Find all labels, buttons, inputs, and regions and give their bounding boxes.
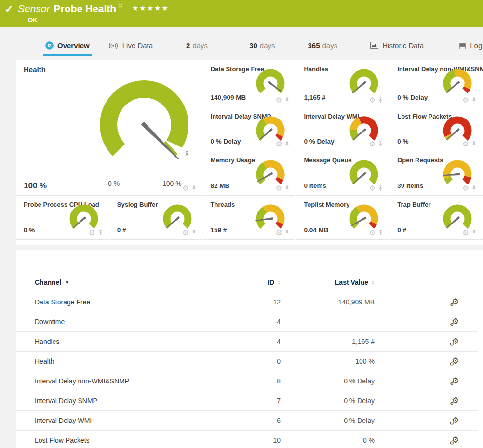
pin-icon[interactable] (471, 97, 477, 104)
channel-settings-icon[interactable]: ⚙⚙ (452, 297, 459, 306)
tab-overview[interactable]: Overview (43, 41, 92, 56)
gauge-value: 0.04 MB (304, 226, 328, 234)
channel-last-value: 0 % Delay (281, 397, 375, 405)
gear-icon[interactable]: ⚙ (276, 96, 282, 104)
sort-icon: ▲▼ (277, 280, 281, 285)
flag-icon[interactable]: ⚐ (118, 2, 123, 10)
gear-icon[interactable]: ⚙ (369, 96, 376, 104)
gauge-panel-probe-process-cpu-load: Probe Process CPU Load 0 % ⚙ (16, 196, 109, 240)
channel-name[interactable]: Interval Delay WMI (35, 417, 223, 424)
gear-icon[interactable]: ⚙ (89, 229, 95, 236)
live-data-icon (108, 42, 119, 50)
gauge-title: Memory Usage (211, 157, 255, 164)
gauge-panel-lost-flow-packets: Lost Flow Packets 0 % ⚙ (390, 107, 483, 151)
gear-icon[interactable]: ⚙ (369, 140, 376, 147)
pin-icon[interactable] (284, 185, 290, 192)
pin-icon[interactable] (471, 141, 477, 147)
gauge-title: Toplist Memory (304, 201, 349, 208)
table-row-handles: Handles 4 1,165 # ⚙⚙ (16, 332, 478, 352)
gauge-actions: ⚙ (369, 140, 383, 147)
channel-name[interactable]: Lost Flow Packets (35, 436, 223, 444)
svg-text:x̄: x̄ (185, 150, 188, 157)
gauge-actions: ⚙ (276, 140, 290, 147)
channel-settings-icon[interactable]: ⚙⚙ (452, 317, 459, 326)
channel-name[interactable]: Interval Delay SNMP (35, 397, 223, 405)
pin-icon[interactable] (471, 229, 477, 236)
sensor-title-row: SensorProbe Health⚐★★★★★ (18, 2, 169, 14)
gauge-panel-memory-usage: Memory Usage 82 MB ⚙ (203, 151, 296, 196)
channel-settings-icon[interactable]: ⚙⚙ (452, 337, 459, 346)
pin-icon[interactable] (378, 141, 383, 147)
column-header-id[interactable]: ID ▲▼ (223, 278, 281, 286)
pin-icon[interactable] (191, 185, 197, 192)
pin-icon[interactable] (378, 229, 383, 236)
pin-icon[interactable] (378, 97, 383, 104)
status-badge: OK (28, 16, 38, 24)
gear-icon[interactable]: ⚙ (276, 184, 282, 192)
pin-icon[interactable] (284, 141, 290, 147)
priority-stars[interactable]: ★★★★★ (132, 4, 169, 12)
gauge-value: 100 % (24, 181, 47, 191)
gauge-value: 0 # (397, 226, 406, 234)
gear-icon[interactable]: ⚙ (463, 184, 469, 192)
channel-name[interactable]: Handles (35, 338, 223, 345)
gear-icon[interactable]: ⚙ (182, 184, 188, 192)
pin-icon[interactable] (284, 229, 290, 236)
tab-log[interactable]: ▤Log (457, 41, 483, 56)
gear-icon[interactable]: ⚙ (276, 140, 282, 147)
gear-icon[interactable]: ⚙ (276, 229, 282, 236)
gauge-actions: ⚙ (276, 184, 290, 192)
gauge-value: 0 % (397, 138, 408, 145)
gauge-value: 0 % (24, 226, 35, 234)
pin-icon[interactable] (98, 229, 103, 236)
channel-name[interactable]: Downtime (35, 318, 223, 326)
column-header-last-value[interactable]: Last Value ▲▼ (281, 278, 375, 286)
table-row-downtime: Downtime -4 ⚙⚙ (16, 312, 478, 332)
pin-icon[interactable] (378, 185, 383, 192)
gauge-actions: ⚙ (369, 184, 383, 192)
gauge-value: 0 % Delay (211, 138, 241, 145)
channel-settings-icon[interactable]: ⚙⚙ (452, 416, 459, 425)
gauge-value: 0 # (117, 226, 126, 234)
channel-name[interactable]: Health (35, 357, 223, 365)
gauge-title: Health (24, 66, 46, 74)
gauge-title: Trap Buffer (397, 201, 430, 208)
gear-icon[interactable]: ⚙ (463, 140, 469, 147)
pin-icon[interactable] (284, 97, 290, 104)
gear-icon[interactable]: ⚙ (369, 184, 376, 192)
column-header-channel[interactable]: Channel▼ (35, 278, 223, 286)
tab-2-days[interactable]: 2days (184, 41, 210, 56)
pin-icon[interactable] (471, 185, 477, 192)
gear-icon[interactable]: ⚙ (463, 229, 469, 236)
tab-365-days[interactable]: 365days (306, 41, 340, 56)
pin-icon[interactable] (191, 229, 197, 236)
tab-live-data[interactable]: Live Data (106, 41, 155, 56)
channel-settings-icon[interactable]: ⚙⚙ (452, 435, 459, 445)
gauge-value: 1,165 # (304, 94, 325, 101)
gauge-title: Threads (211, 201, 235, 208)
channel-table-panel: Channel▼ ID ▲▼ Last Value ▲▼ Data Storag… (16, 250, 483, 448)
sensor-header: ✓ SensorProbe Health⚐★★★★★ OK (0, 0, 483, 27)
channel-name[interactable]: Data Storage Free (35, 298, 223, 306)
gauge-actions: ⚙ (463, 96, 477, 104)
gauge-value: 159 # (211, 226, 227, 234)
gauge-scale-min: 0 % (108, 180, 120, 187)
gauge-actions: ⚙ (182, 184, 196, 192)
gauge-panel-message-queue: Message Queue 0 Items ⚙ (296, 151, 389, 196)
channel-id: 0 (223, 357, 281, 365)
gauge-panel-open-requests: Open Requests 39 Items ⚙ (390, 151, 483, 196)
table-row-interval-delay-snmp: Interval Delay SNMP 7 0 % Delay ⚙⚙ (16, 391, 478, 411)
tab-historic-data[interactable]: Historic Data (367, 41, 426, 56)
channel-settings-icon[interactable]: ⚙⚙ (452, 356, 459, 366)
channel-settings-icon[interactable]: ⚙⚙ (452, 396, 459, 405)
gauge-panel-handles: Handles 1,165 # ⚙ (296, 60, 389, 107)
gear-icon[interactable]: ⚙ (182, 229, 188, 236)
gear-icon[interactable]: ⚙ (369, 229, 376, 236)
channel-settings-icon[interactable]: ⚙⚙ (452, 376, 459, 385)
tab-30-days[interactable]: 30days (247, 41, 277, 56)
gauge-panel-toplist-memory: Toplist Memory 0.04 MB ⚙ (296, 196, 389, 240)
gear-icon[interactable]: ⚙ (463, 96, 469, 104)
channel-name[interactable]: Interval Delay non-WMI&SNMP (35, 377, 223, 385)
health-gauge-panel: Health x̄ 0 % 100 % 100 % ⚙ (16, 60, 202, 196)
channel-last-value: 0 % Delay (281, 417, 375, 424)
